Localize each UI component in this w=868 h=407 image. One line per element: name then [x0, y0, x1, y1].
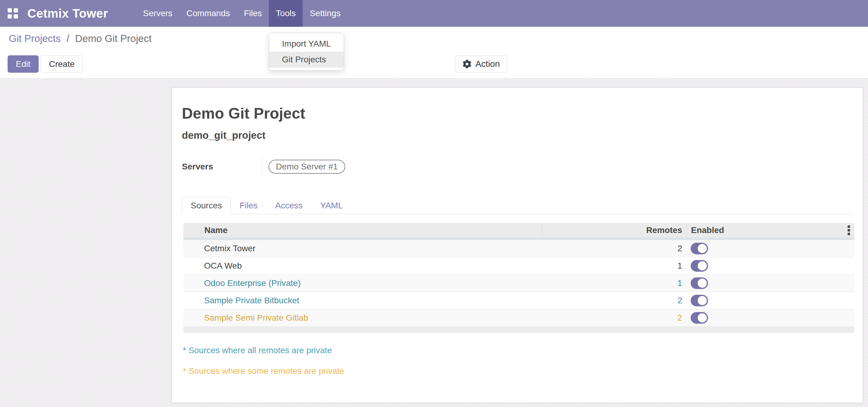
nav-item-settings[interactable]: Settings	[303, 0, 347, 27]
apps-grid-square	[14, 8, 18, 12]
enabled-cell	[686, 243, 854, 254]
enabled-toggle[interactable]	[691, 277, 708, 289]
remotes-count-cell: 2	[542, 244, 686, 253]
enabled-toggle[interactable]	[691, 295, 708, 306]
row-selector-header[interactable]	[183, 223, 201, 238]
row-selector-cell[interactable]	[183, 275, 201, 292]
row-selector-cell[interactable]	[183, 309, 201, 326]
column-header-remotes[interactable]: Remotes	[542, 223, 686, 238]
servers-field-value: Demo Server #1	[262, 157, 345, 177]
breadcrumb: Git Projects / Demo Git Project	[9, 33, 151, 44]
apps-grid-square	[8, 8, 12, 12]
gear-icon	[463, 60, 471, 68]
source-name-cell: Sample Semi Private Gitlab	[201, 313, 542, 323]
row-selector-cell[interactable]	[183, 257, 201, 274]
table-row[interactable]: Sample Semi Private Gitlab 2	[183, 309, 854, 327]
breadcrumb-parent-link[interactable]: Git Projects	[9, 33, 61, 44]
tab-sources[interactable]: Sources	[182, 197, 231, 214]
table-row[interactable]: Cetmix Tower 2	[183, 240, 854, 257]
create-button[interactable]: Create	[41, 55, 83, 73]
nav-item-tools-label: Tools	[276, 8, 296, 18]
enabled-toggle[interactable]	[691, 260, 708, 272]
column-header-name[interactable]: Name	[201, 223, 542, 238]
enabled-cell	[686, 312, 854, 324]
enabled-toggle[interactable]	[691, 312, 708, 324]
enabled-toggle[interactable]	[691, 243, 708, 254]
tools-dropdown-menu: Import YAML Git Projects	[269, 33, 344, 70]
remotes-count-cell: 2	[542, 313, 686, 323]
tab-yaml[interactable]: YAML	[311, 197, 351, 214]
top-navbar: Cetmix Tower Servers Commands Files Tool…	[0, 0, 868, 27]
nav-item-tools[interactable]: Tools Import YAML Git Projects	[269, 0, 303, 27]
source-name-cell: Sample Private Bitbucket	[201, 296, 542, 305]
form-sheet: Demo Git Project demo_git_project Server…	[172, 87, 863, 403]
notebook-tabs: Sources Files Access YAML	[182, 197, 854, 214]
table-row[interactable]: OCA Web 1	[183, 257, 854, 275]
breadcrumb-current: Demo Git Project	[75, 33, 151, 44]
enabled-cell	[686, 277, 854, 289]
action-menu-label: Action	[475, 59, 500, 69]
sources-table: Name Remotes Enabled Cetmix Tower 2 OCA …	[183, 223, 854, 327]
enabled-cell	[686, 260, 854, 272]
record-buttons: Edit Create	[8, 55, 83, 73]
content-area: Demo Git Project demo_git_project Server…	[0, 79, 868, 407]
source-name-cell: OCA Web	[201, 261, 542, 271]
table-body: Cetmix Tower 2 OCA Web 1 Odoo En	[183, 240, 854, 327]
optional-columns-icon[interactable]	[846, 224, 851, 237]
servers-field-row: Servers Demo Server #1	[182, 157, 854, 177]
footnote-semi-private: * Sources where some remotes are private	[183, 366, 854, 376]
apps-grid-square	[14, 14, 18, 19]
remotes-count-cell: 1	[542, 261, 686, 271]
row-selector-cell[interactable]	[183, 240, 201, 257]
server-tag[interactable]: Demo Server #1	[269, 160, 345, 174]
column-header-enabled[interactable]: Enabled	[686, 223, 854, 238]
legend-footnotes: * Sources where all remotes are private …	[183, 346, 854, 376]
table-scroll-strip[interactable]	[183, 327, 854, 333]
remotes-count-cell: 2	[542, 296, 686, 305]
table-row[interactable]: Sample Private Bitbucket 2	[183, 292, 854, 309]
tab-files[interactable]: Files	[231, 197, 267, 214]
menu-item-git-projects[interactable]: Git Projects	[269, 52, 344, 67]
menu-item-import-yaml[interactable]: Import YAML	[269, 36, 344, 52]
source-name-cell: Cetmix Tower	[201, 244, 542, 253]
table-header-row: Name Remotes Enabled	[183, 223, 854, 240]
remotes-count-cell: 1	[542, 278, 686, 288]
footnote-private: * Sources where all remotes are private	[183, 346, 854, 355]
page-title: Demo Git Project	[182, 105, 854, 122]
tab-access[interactable]: Access	[267, 197, 311, 214]
app-brand[interactable]: Cetmix Tower	[27, 7, 108, 20]
nav-item-files[interactable]: Files	[237, 0, 269, 27]
action-menu-button[interactable]: Action	[455, 55, 507, 73]
control-panel: Git Projects / Demo Git Project Edit Cre…	[0, 27, 868, 79]
apps-grid-icon[interactable]	[8, 8, 18, 19]
edit-button[interactable]: Edit	[8, 55, 39, 73]
row-selector-cell[interactable]	[183, 292, 201, 309]
project-code: demo_git_project	[182, 130, 854, 141]
apps-grid-square	[8, 14, 12, 19]
breadcrumb-separator: /	[67, 33, 69, 44]
nav-item-servers[interactable]: Servers	[136, 0, 179, 27]
main-menu: Servers Commands Files Tools Import YAML…	[136, 0, 347, 27]
table-row[interactable]: Odoo Enterprise (Private) 1	[183, 275, 854, 292]
servers-field-label: Servers	[182, 157, 262, 177]
nav-item-commands[interactable]: Commands	[180, 0, 237, 27]
enabled-cell	[686, 295, 854, 306]
source-name-cell: Odoo Enterprise (Private)	[201, 278, 542, 288]
